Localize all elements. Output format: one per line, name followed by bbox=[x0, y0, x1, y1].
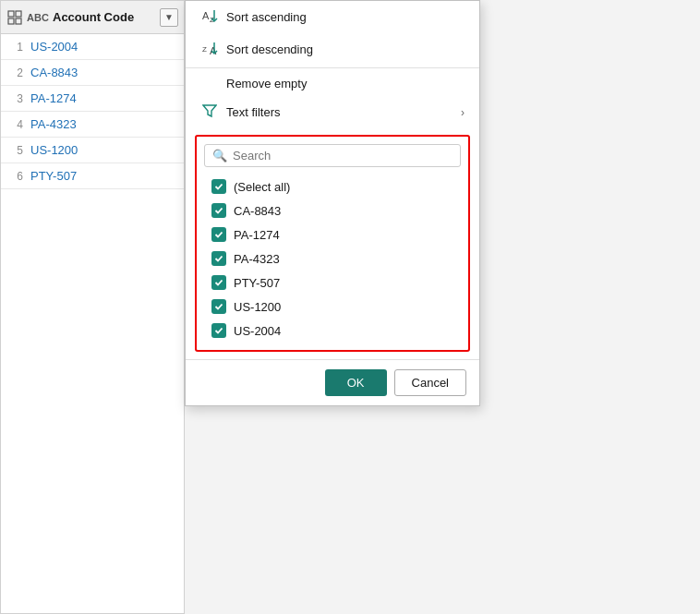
checkbox-pa-4323[interactable]: PA-4323 bbox=[208, 248, 457, 269]
menu-divider-1 bbox=[186, 67, 479, 68]
checkbox-ca-8843[interactable]: CA-8843 bbox=[208, 200, 457, 221]
search-input[interactable] bbox=[233, 149, 453, 163]
svg-text:Z: Z bbox=[202, 45, 207, 54]
search-icon: 🔍 bbox=[212, 149, 227, 163]
checkbox-pa-1274-label: PA-1274 bbox=[234, 228, 280, 242]
text-filters-icon bbox=[200, 103, 219, 121]
svg-marker-10 bbox=[203, 105, 216, 116]
filter-box: 🔍 (Select all) CA-8843 bbox=[195, 135, 470, 352]
account-code-dropdown-arrow[interactable]: ▼ bbox=[160, 8, 178, 27]
ok-button[interactable]: OK bbox=[325, 369, 387, 396]
checkbox-select-all-box bbox=[211, 179, 226, 194]
checkbox-us-1200-label: US-1200 bbox=[234, 300, 281, 314]
table-panel: ABC Account Code ▼ 1 US-2004 2 CA-8843 3… bbox=[0, 0, 185, 614]
checkbox-pa-1274[interactable]: PA-1274 bbox=[208, 224, 457, 245]
checkbox-select-all[interactable]: (Select all) bbox=[208, 176, 457, 197]
table-row: 1 US-2004 bbox=[1, 34, 184, 60]
sort-descending-item[interactable]: Z A Sort descending bbox=[186, 33, 479, 66]
table-row: 6 PTY-507 bbox=[1, 163, 184, 189]
footer-buttons: OK Cancel bbox=[186, 359, 479, 405]
remove-empty-item[interactable]: Remove empty bbox=[186, 70, 479, 97]
main-container: ABC Account Code ▼ 1 US-2004 2 CA-8843 3… bbox=[0, 0, 700, 614]
sort-ascending-icon: A Z bbox=[200, 7, 219, 27]
table-row: 5 US-1200 bbox=[1, 138, 184, 163]
text-filters-chevron-icon: › bbox=[461, 106, 465, 119]
table-row: 3 PA-1274 bbox=[1, 86, 184, 112]
checkbox-pty-507-label: PTY-507 bbox=[234, 276, 280, 290]
svg-rect-1 bbox=[16, 11, 21, 17]
checkbox-list: (Select all) CA-8843 PA-1274 bbox=[204, 175, 461, 343]
filter-dropdown-panel: A Z Sort ascending Z A Sort descending bbox=[185, 0, 480, 406]
sort-ascending-item[interactable]: A Z Sort ascending bbox=[186, 1, 479, 33]
text-filters-item[interactable]: Text filters › bbox=[186, 97, 479, 127]
checkbox-pa-4323-box bbox=[211, 251, 226, 266]
sort-ascending-label: Sort ascending bbox=[226, 10, 307, 24]
text-filters-label: Text filters bbox=[226, 105, 281, 119]
checkbox-us-1200[interactable]: US-1200 bbox=[208, 296, 457, 317]
table-row: 2 CA-8843 bbox=[1, 60, 184, 86]
sort-descending-icon: Z A bbox=[200, 40, 219, 59]
table-row: 4 PA-4323 bbox=[1, 112, 184, 138]
checkbox-us-1200-box bbox=[211, 299, 226, 314]
checkbox-us-2004-box bbox=[211, 323, 226, 338]
checkbox-ca-8843-box bbox=[211, 203, 226, 218]
remove-empty-label: Remove empty bbox=[226, 77, 307, 90]
svg-text:A: A bbox=[210, 45, 217, 56]
account-code-header: ABC Account Code ▼ bbox=[1, 1, 184, 34]
checkbox-us-2004-label: US-2004 bbox=[234, 324, 281, 338]
svg-text:A: A bbox=[202, 10, 210, 21]
checkbox-pa-1274-box bbox=[211, 227, 226, 242]
checkbox-pty-507[interactable]: PTY-507 bbox=[208, 272, 457, 293]
cancel-button[interactable]: Cancel bbox=[394, 369, 466, 396]
checkbox-pa-4323-label: PA-4323 bbox=[234, 252, 280, 266]
checkbox-us-2004[interactable]: US-2004 bbox=[208, 320, 457, 341]
svg-rect-3 bbox=[16, 18, 21, 24]
checkbox-select-all-label: (Select all) bbox=[234, 180, 290, 194]
svg-rect-2 bbox=[8, 18, 14, 24]
svg-rect-0 bbox=[8, 11, 14, 17]
search-wrapper: 🔍 bbox=[204, 144, 461, 167]
abc-icon: ABC bbox=[27, 9, 49, 26]
checkbox-pty-507-box bbox=[211, 275, 226, 290]
grid-icon bbox=[6, 9, 23, 26]
sort-descending-label: Sort descending bbox=[226, 42, 313, 56]
account-code-label: Account Code bbox=[53, 10, 156, 24]
checkbox-ca-8843-label: CA-8843 bbox=[234, 204, 281, 218]
